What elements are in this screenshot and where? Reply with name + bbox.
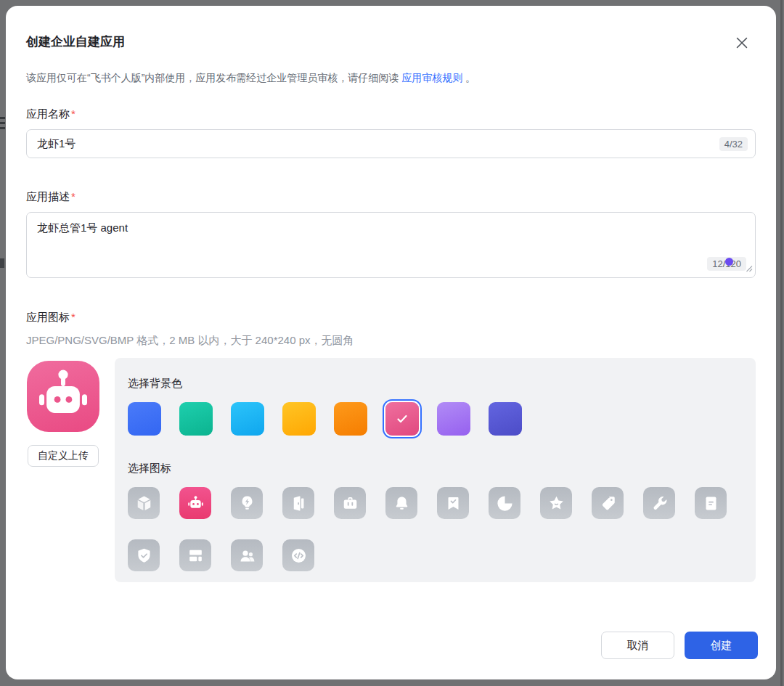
background-page-fragment <box>0 127 5 129</box>
door-icon <box>289 494 309 513</box>
shield-icon <box>134 546 154 565</box>
color-swatch-yellow[interactable] <box>282 402 316 436</box>
app-desc-textarea[interactable]: 龙虾总管1号 agent <box>27 213 755 277</box>
icon-tile-pie[interactable] <box>489 487 520 519</box>
subtitle-suffix: 。 <box>462 72 475 83</box>
pie-icon <box>495 494 515 513</box>
background-page-fragment <box>0 122 5 124</box>
app-icon-hint: JPEG/PNG/SVG/BMP 格式，2 MB 以内，大于 240*240 p… <box>26 334 756 347</box>
briefcase-icon <box>340 494 360 513</box>
background-page-fragment <box>0 258 4 268</box>
app-name-input-wrap: 4/32 <box>26 129 756 158</box>
app-name-input[interactable] <box>37 138 719 150</box>
close-button[interactable] <box>732 33 751 52</box>
color-swatch-blue[interactable] <box>128 402 161 436</box>
color-swatch-orange[interactable] <box>334 402 367 436</box>
icon-tile-shield[interactable] <box>128 539 160 571</box>
icon-tile-layout[interactable] <box>179 539 211 571</box>
subtitle-text: 该应用仅可在“飞书个人版”内部使用，应用发布需经过企业管理员审核，请仔细阅读 <box>26 72 401 83</box>
icon-tile-wrench[interactable] <box>643 487 675 519</box>
document-icon <box>701 494 721 513</box>
custom-upload-button[interactable]: 自定义上传 <box>28 445 99 467</box>
icon-tile-code[interactable] <box>282 539 314 571</box>
textarea-resize-handle[interactable] <box>746 262 753 275</box>
cube-icon <box>134 494 154 513</box>
robot-icon <box>31 364 95 428</box>
dialog-header: 创建企业自建应用 <box>26 33 756 52</box>
background-page-fragment <box>0 117 5 119</box>
create-button[interactable]: 创建 <box>685 632 758 659</box>
color-swatch-pink[interactable] <box>385 402 419 436</box>
icon-tile-door[interactable] <box>282 487 314 519</box>
layout-icon <box>186 546 205 565</box>
icon-tile-bell[interactable] <box>385 487 417 519</box>
icon-tile-document[interactable] <box>695 487 727 519</box>
code-icon <box>289 546 309 565</box>
icon-section: 自定义上传 选择背景色 选择图标 <box>26 358 756 582</box>
dialog-footer: 取消 创建 <box>601 632 758 659</box>
star-icon <box>547 494 566 513</box>
required-mark: * <box>71 107 75 120</box>
tag-icon <box>598 494 618 513</box>
bg-color-title: 选择背景色 <box>128 377 741 390</box>
icon-tile-briefcase[interactable] <box>334 487 366 519</box>
robot-icon <box>186 494 205 513</box>
icon-preview-column: 自定义上传 <box>26 358 100 582</box>
background-scrollbar <box>780 0 783 686</box>
cancel-button[interactable]: 取消 <box>601 632 674 659</box>
icon-tile-tag[interactable] <box>592 487 624 519</box>
wrench-icon <box>650 494 669 513</box>
bookmark-icon <box>444 494 463 513</box>
icon-tile-cube[interactable] <box>128 487 160 519</box>
icon-picker-panel: 选择背景色 选择图标 <box>115 358 756 582</box>
color-swatch-cyan[interactable] <box>231 402 264 436</box>
app-desc-textarea-wrap: 龙虾总管1号 agent 12/120 <box>26 212 756 278</box>
icon-picker-title: 选择图标 <box>128 462 741 475</box>
color-swatch-green[interactable] <box>179 402 213 436</box>
close-icon <box>734 35 750 51</box>
icon-tile-star[interactable] <box>540 487 572 519</box>
required-mark: * <box>71 311 75 323</box>
icon-tile-users[interactable] <box>231 539 263 571</box>
icon-tile-robot[interactable] <box>179 487 211 519</box>
color-swatch-indigo[interactable] <box>489 402 522 436</box>
review-rules-link[interactable]: 应用审核规则 <box>401 72 462 83</box>
icon-tile-bookmark[interactable] <box>437 487 469 519</box>
icon-grid <box>128 487 732 571</box>
app-desc-label: 应用描述* <box>26 190 756 203</box>
color-swatch-purple[interactable] <box>437 402 470 436</box>
app-name-counter: 4/32 <box>719 137 748 151</box>
app-name-label: 应用名称* <box>26 107 756 121</box>
required-mark: * <box>71 190 75 203</box>
app-icon-preview <box>27 361 99 432</box>
icon-tile-bulb[interactable] <box>231 487 263 519</box>
mouse-pointer-dot <box>725 258 733 266</box>
create-app-dialog: 创建企业自建应用 该应用仅可在“飞书个人版”内部使用，应用发布需经过企业管理员审… <box>6 6 776 679</box>
users-icon <box>237 546 257 565</box>
bell-icon <box>392 494 412 513</box>
dialog-subtitle: 该应用仅可在“飞书个人版”内部使用，应用发布需经过企业管理员审核，请仔细阅读 应… <box>26 70 756 86</box>
dialog-title: 创建企业自建应用 <box>26 33 125 51</box>
app-icon-label: 应用图标* <box>26 311 756 324</box>
check-icon <box>393 410 411 428</box>
bg-color-swatch-row <box>128 402 741 436</box>
bulb-icon <box>237 494 257 513</box>
